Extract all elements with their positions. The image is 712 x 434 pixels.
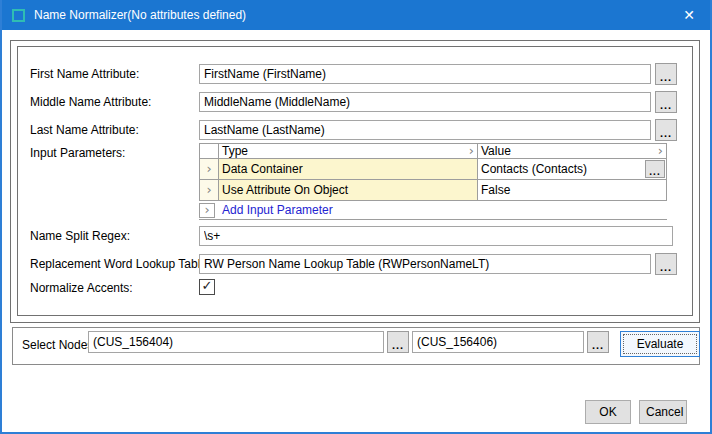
add-parameter-row: › Add Input Parameter (199, 201, 667, 220)
column-header-value[interactable]: Value › (478, 143, 667, 159)
middle-name-input[interactable] (199, 92, 651, 112)
row-expand-button[interactable]: › (199, 159, 219, 180)
node2-browse-button[interactable]: ... (587, 331, 609, 353)
check-icon: ✓ (202, 280, 213, 292)
close-icon: ✕ (683, 7, 695, 23)
dialog-window: Name Normalizer(No attributes defined) ✕… (0, 0, 712, 434)
window-border (0, 0, 2, 434)
close-button[interactable]: ✕ (666, 0, 712, 30)
replacement-lookup-input[interactable] (199, 254, 651, 274)
row-expand-button[interactable]: › (199, 203, 215, 218)
first-name-input[interactable] (199, 64, 651, 84)
table-row-data-container: › Data Container Contacts (Contacts) ... (199, 159, 667, 180)
app-icon (12, 9, 25, 22)
column-header-type[interactable]: Type › (219, 143, 478, 159)
node1-browse-button[interactable]: ... (387, 331, 409, 353)
chevron-right-icon: › (206, 164, 211, 174)
cell-type[interactable]: Use Attribute On Object (219, 180, 478, 201)
data-container-browse-button[interactable]: ... (645, 160, 665, 178)
cancel-button[interactable]: Cancel (639, 400, 687, 424)
first-name-browse-button[interactable]: ... (655, 63, 677, 85)
window-title: Name Normalizer(No attributes defined) (34, 8, 246, 22)
cell-type[interactable]: Data Container (219, 159, 478, 180)
input-parameters-table: Type › Value › › Data Container Contacts… (199, 143, 667, 220)
middle-name-label: Middle Name Attribute: (30, 95, 151, 109)
normalize-accents-label: Normalize Accents: (30, 281, 133, 295)
input-parameters-label: Input Parameters: (30, 146, 125, 160)
evaluate-button[interactable]: Evaluate (620, 331, 700, 357)
node2-input[interactable] (412, 331, 584, 353)
chevron-right-icon: › (204, 205, 209, 215)
ok-button[interactable]: OK (585, 400, 631, 424)
table-header-row: Type › Value › (199, 143, 667, 159)
chevron-right-icon: › (658, 146, 663, 156)
node1-input[interactable] (88, 331, 384, 353)
header-expand-cell (199, 143, 219, 159)
titlebar: Name Normalizer(No attributes defined) ✕ (0, 0, 712, 30)
chevron-right-icon: › (469, 146, 474, 156)
select-nodes-label: Select Nodes (22, 338, 93, 352)
cell-value[interactable]: False (478, 180, 667, 201)
last-name-label: Last Name Attribute: (30, 123, 139, 137)
table-row-use-attribute: › Use Attribute On Object False (199, 180, 667, 201)
chevron-right-icon: › (206, 185, 211, 195)
name-split-regex-label: Name Split Regex: (30, 229, 130, 243)
first-name-label: First Name Attribute: (30, 67, 139, 81)
add-input-parameter-link[interactable]: Add Input Parameter (222, 203, 333, 217)
normalize-accents-checkbox[interactable]: ✓ (199, 279, 215, 295)
cell-value[interactable]: Contacts (Contacts) ... (478, 159, 667, 180)
replacement-lookup-browse-button[interactable]: ... (655, 253, 677, 275)
last-name-input[interactable] (199, 120, 651, 140)
name-split-regex-input[interactable] (199, 226, 673, 246)
row-expand-button[interactable]: › (199, 180, 219, 201)
middle-name-browse-button[interactable]: ... (655, 91, 677, 113)
last-name-browse-button[interactable]: ... (655, 119, 677, 141)
replacement-lookup-label: Replacement Word Lookup Table: (30, 257, 210, 271)
